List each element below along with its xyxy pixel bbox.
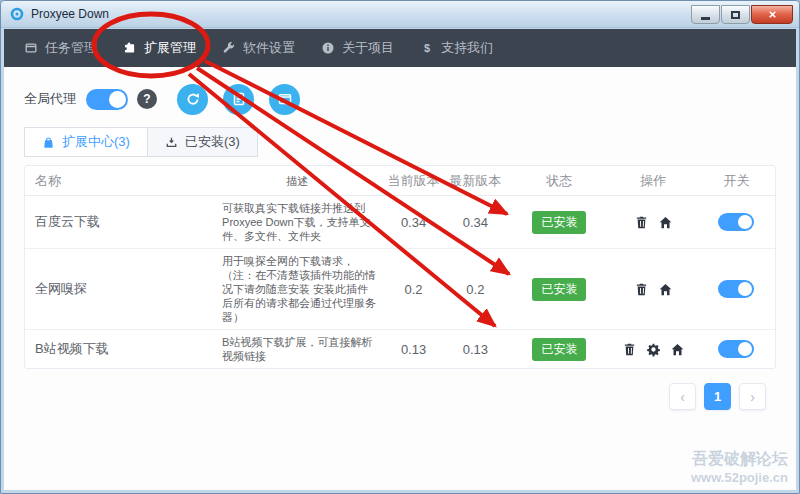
- titlebar: Proxyee Down: [1, 1, 799, 28]
- toggle-knob: [109, 91, 126, 108]
- extension-description: 用于嗅探全网的下载请求，（注：在不清楚该插件功能的情况下请勿随意安装 安装此插件…: [208, 254, 386, 324]
- dollar-icon: $: [420, 41, 434, 55]
- nav-item-label: 任务管理: [45, 39, 97, 57]
- gear-icon: [646, 342, 661, 357]
- current-version: 0.34: [386, 215, 440, 230]
- nav-item-tasks[interactable]: 任务管理: [24, 39, 97, 57]
- global-proxy-toggle[interactable]: [86, 89, 128, 110]
- delete-icon[interactable]: [634, 282, 649, 297]
- extension-name: 全网嗅探: [25, 280, 208, 298]
- status-badge: 已安装: [532, 211, 586, 234]
- puzzle-icon: [123, 41, 137, 55]
- refresh-icon: [185, 91, 201, 107]
- home-icon: [658, 215, 673, 230]
- svg-text:$: $: [424, 42, 430, 54]
- nav-item-settings[interactable]: 软件设置: [222, 39, 295, 57]
- latest-version: 0.13: [441, 342, 510, 357]
- toggle-knob: [738, 215, 752, 229]
- pagination: ‹1›: [4, 383, 766, 410]
- current-version: 0.13: [386, 342, 440, 357]
- table-row: B站视频下载B站视频下载扩展，可直接解析视频链接0.130.13已安装: [25, 329, 775, 368]
- table-row: 百度云下载可获取真实下载链接并推送到Proxyee Down下载，支持单文件、多…: [25, 196, 775, 248]
- nav-item-extensions[interactable]: 扩展管理: [123, 39, 196, 57]
- refresh-button[interactable]: [177, 84, 208, 115]
- toggle-knob: [738, 342, 752, 356]
- watermark-line2: www.52pojie.cn: [691, 470, 788, 485]
- close-button[interactable]: [751, 5, 793, 24]
- latest-version: 0.2: [441, 282, 510, 297]
- app-window: Proxyee Down 任务管理扩展管理软件设置关于项目$支持我们 全局代理 …: [0, 0, 800, 494]
- home-icon: [658, 282, 673, 297]
- column-header: 开关: [698, 172, 775, 190]
- page-button-1[interactable]: 1: [704, 383, 731, 410]
- watermark: 吾爱破解论坛 www.52pojie.cn: [691, 449, 788, 485]
- bag-icon: [42, 136, 55, 149]
- toggle-knob: [738, 282, 752, 296]
- table-row: 全网嗅探用于嗅探全网的下载请求，（注：在不清楚该插件功能的情况下请勿随意安装 安…: [25, 248, 775, 329]
- app-logo-icon: [9, 6, 25, 22]
- extension-description: 可获取真实下载链接并推送到Proxyee Down下载，支持单文件、多文件、文件…: [208, 201, 386, 243]
- tab-label: 扩展中心(3): [62, 133, 130, 151]
- current-version: 0.2: [386, 282, 440, 297]
- delete-icon[interactable]: [622, 342, 637, 357]
- toolbar-buttons: [177, 84, 300, 115]
- close-icon: [767, 9, 778, 20]
- window-title: Proxyee Down: [31, 7, 691, 21]
- column-header: 操作: [609, 172, 698, 190]
- table-body: 百度云下载可获取真实下载链接并推送到Proxyee Down下载，支持单文件、多…: [25, 196, 775, 368]
- prev-page-button[interactable]: ‹: [669, 383, 696, 410]
- nav-item-label: 关于项目: [342, 39, 394, 57]
- nav-item-label: 支持我们: [441, 39, 493, 57]
- trash-icon: [634, 282, 649, 297]
- nav-item-label: 扩展管理: [144, 39, 196, 57]
- extension-name: 百度云下载: [25, 213, 208, 231]
- column-header: 名称: [25, 172, 208, 190]
- trash-icon: [634, 215, 649, 230]
- next-page-button[interactable]: ›: [739, 383, 766, 410]
- delete-icon[interactable]: [634, 215, 649, 230]
- status-badge: 已安装: [532, 338, 586, 361]
- help-icon[interactable]: ?: [137, 89, 157, 109]
- watermark-line1: 吾爱破解论坛: [691, 449, 788, 470]
- appwindow-icon: [277, 91, 293, 107]
- nav-item-label: 软件设置: [243, 39, 295, 57]
- extension-toggle[interactable]: [718, 213, 754, 231]
- window-icon: [24, 41, 38, 55]
- homepage-icon[interactable]: [658, 215, 673, 230]
- home-icon: [670, 342, 685, 357]
- document-icon: [231, 91, 247, 107]
- minimize-button[interactable]: [691, 5, 720, 24]
- extension-toggle[interactable]: [718, 280, 754, 298]
- extensions-table: 名称描述当前版本最新版本状态操作开关 百度云下载可获取真实下载链接并推送到Pro…: [24, 165, 776, 369]
- nav-item-support[interactable]: $支持我们: [420, 39, 493, 57]
- app-body: 任务管理扩展管理软件设置关于项目$支持我们 全局代理 ? 扩展中心(3)已安装(…: [4, 29, 796, 490]
- main-nav: 任务管理扩展管理软件设置关于项目$支持我们: [4, 29, 796, 67]
- tab-extension-center[interactable]: 扩展中心(3): [24, 127, 148, 157]
- row-actions: [609, 342, 698, 357]
- column-header: 当前版本: [386, 172, 440, 190]
- latest-version: 0.34: [441, 215, 510, 230]
- window-button[interactable]: [269, 84, 300, 115]
- global-proxy-label: 全局代理: [24, 90, 76, 108]
- table-header: 名称描述当前版本最新版本状态操作开关: [25, 166, 775, 196]
- column-header: 状态: [510, 172, 609, 190]
- script-button[interactable]: [223, 84, 254, 115]
- download-icon: [165, 136, 178, 149]
- maximize-button[interactable]: [721, 5, 750, 24]
- info-icon: [321, 41, 335, 55]
- extension-tabs: 扩展中心(3)已安装(3): [24, 127, 776, 157]
- row-actions: [609, 282, 698, 297]
- toolbar: 全局代理 ?: [4, 83, 796, 115]
- nav-item-about[interactable]: 关于项目: [321, 39, 394, 57]
- window-controls: [691, 5, 793, 24]
- tab-label: 已安装(3): [185, 133, 240, 151]
- extension-toggle[interactable]: [718, 340, 754, 358]
- homepage-icon[interactable]: [670, 342, 685, 357]
- column-header: 描述: [208, 174, 386, 188]
- tab-installed[interactable]: 已安装(3): [148, 127, 258, 157]
- homepage-icon[interactable]: [658, 282, 673, 297]
- settings-icon[interactable]: [646, 342, 661, 357]
- column-header: 最新版本: [441, 172, 510, 190]
- maximize-icon: [731, 11, 740, 19]
- extension-description: B站视频下载扩展，可直接解析视频链接: [208, 335, 386, 363]
